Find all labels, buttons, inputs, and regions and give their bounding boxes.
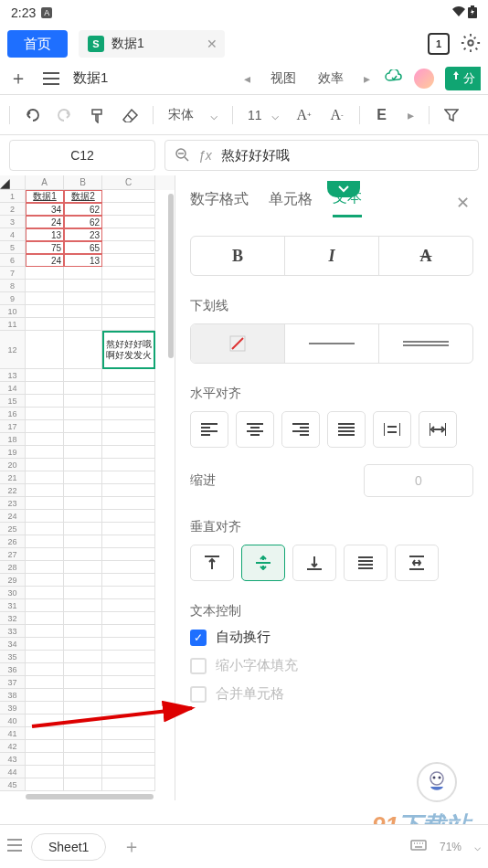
valign-distributed-button[interactable] xyxy=(395,545,439,581)
cell[interactable] xyxy=(102,587,155,599)
cell[interactable] xyxy=(64,740,102,753)
align-distributed-button[interactable] xyxy=(373,411,411,448)
cell[interactable] xyxy=(26,382,64,395)
cell[interactable] xyxy=(26,446,64,459)
cell[interactable] xyxy=(102,599,155,612)
underline-none-button[interactable] xyxy=(191,324,285,363)
cell[interactable] xyxy=(64,395,102,408)
cell[interactable] xyxy=(64,497,102,510)
row-header[interactable]: 5 xyxy=(0,241,26,254)
font-increase-icon[interactable]: A+ xyxy=(293,104,315,126)
cell[interactable] xyxy=(64,267,102,280)
valign-top-button[interactable] xyxy=(190,545,234,581)
cell[interactable] xyxy=(64,715,102,727)
cell[interactable] xyxy=(26,280,64,292)
cell[interactable] xyxy=(102,484,155,497)
underline-single-button[interactable] xyxy=(285,324,379,363)
cell[interactable] xyxy=(102,395,155,408)
cell[interactable] xyxy=(102,689,155,702)
row-header[interactable]: 2 xyxy=(0,203,26,216)
menu-icon[interactable] xyxy=(40,72,62,85)
cell[interactable] xyxy=(26,715,64,727)
cell[interactable] xyxy=(26,676,64,689)
row-header[interactable]: 10 xyxy=(0,305,26,318)
cell[interactable] xyxy=(26,612,64,625)
share-button[interactable]: 分 xyxy=(445,67,481,90)
cell[interactable] xyxy=(64,471,102,484)
row-header[interactable]: 16 xyxy=(0,408,26,420)
cell[interactable] xyxy=(102,190,155,203)
tab-cell[interactable]: 单元格 xyxy=(269,190,313,217)
cell[interactable] xyxy=(26,535,64,548)
cell[interactable] xyxy=(26,638,64,651)
cell[interactable] xyxy=(26,574,64,587)
row-header[interactable]: 32 xyxy=(0,612,26,625)
cell[interactable] xyxy=(102,420,155,433)
cell[interactable] xyxy=(64,331,102,369)
row-header[interactable]: 38 xyxy=(0,689,26,702)
cell[interactable] xyxy=(102,267,155,280)
home-tab[interactable]: 首页 xyxy=(7,30,68,58)
cloud-sync-icon[interactable] xyxy=(385,69,403,87)
row-header[interactable]: 43 xyxy=(0,753,26,766)
cell[interactable] xyxy=(102,548,155,561)
row-header[interactable]: 22 xyxy=(0,484,26,497)
cell[interactable] xyxy=(64,561,102,574)
row-header[interactable]: 25 xyxy=(0,523,26,535)
cell[interactable] xyxy=(64,369,102,382)
italic-button[interactable]: I xyxy=(285,237,379,275)
strikethrough-button[interactable]: A xyxy=(379,237,472,275)
cell[interactable] xyxy=(64,305,102,318)
row-header[interactable]: 6 xyxy=(0,254,26,267)
align-right-button[interactable] xyxy=(281,411,320,448)
cell[interactable] xyxy=(26,420,64,433)
select-all-corner[interactable]: ◢ xyxy=(0,175,26,190)
cell[interactable] xyxy=(102,497,155,510)
cell[interactable] xyxy=(64,689,102,702)
cell[interactable] xyxy=(26,408,64,420)
bold-icon[interactable]: E xyxy=(371,104,393,126)
row-header[interactable]: 26 xyxy=(0,535,26,548)
cell[interactable] xyxy=(26,702,64,715)
cell-reference-box[interactable]: C12 xyxy=(9,140,155,171)
horizontal-scrollbar[interactable] xyxy=(26,794,154,799)
cell[interactable] xyxy=(64,766,102,778)
merge-cells-checkbox[interactable]: 合并单元格 xyxy=(190,685,473,703)
row-header[interactable]: 30 xyxy=(0,587,26,599)
cell[interactable] xyxy=(64,382,102,395)
row-header[interactable]: 19 xyxy=(0,446,26,459)
cell[interactable] xyxy=(102,382,155,395)
cell[interactable]: 数据2 xyxy=(64,190,102,203)
cell[interactable] xyxy=(26,561,64,574)
row-header[interactable]: 12 xyxy=(0,331,26,369)
cell[interactable] xyxy=(102,676,155,689)
cell[interactable] xyxy=(26,497,64,510)
cell[interactable] xyxy=(102,702,155,715)
tab-number-format[interactable]: 数字格式 xyxy=(190,190,249,217)
add-sheet-button[interactable]: ＋ xyxy=(115,834,148,859)
cell[interactable] xyxy=(102,766,155,778)
close-icon[interactable]: ✕ xyxy=(207,37,217,51)
cell[interactable] xyxy=(102,612,155,625)
cell[interactable] xyxy=(26,318,64,331)
cell[interactable] xyxy=(26,778,64,791)
eraser-icon[interactable] xyxy=(120,104,142,126)
row-header[interactable]: 44 xyxy=(0,766,26,778)
cell[interactable] xyxy=(102,228,155,241)
valign-middle-button[interactable] xyxy=(241,545,285,581)
cell[interactable] xyxy=(64,523,102,535)
cell[interactable] xyxy=(26,689,64,702)
cell[interactable] xyxy=(102,216,155,228)
align-left-button[interactable] xyxy=(190,411,228,448)
row-header[interactable]: 42 xyxy=(0,740,26,753)
cell[interactable] xyxy=(64,318,102,331)
cell[interactable] xyxy=(64,676,102,689)
vertical-scrollbar[interactable] xyxy=(168,194,174,358)
zoom-level[interactable]: 71% xyxy=(440,841,461,853)
cell[interactable] xyxy=(64,484,102,497)
row-header[interactable]: 17 xyxy=(0,420,26,433)
cell[interactable] xyxy=(26,587,64,599)
cell[interactable] xyxy=(102,651,155,663)
cell[interactable] xyxy=(26,625,64,638)
cell[interactable] xyxy=(26,523,64,535)
